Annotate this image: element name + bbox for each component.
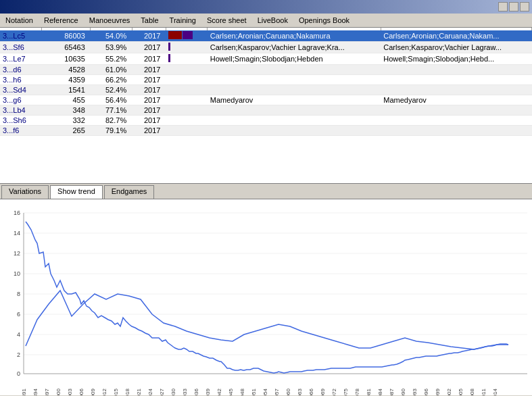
svg-text:1987: 1987 [389, 388, 395, 395]
table-row[interactable]: 3...Lc5 86003 54.0% 2017 Carlsen;Aronian… [0, 30, 532, 42]
svg-text:1984: 1984 [377, 388, 383, 395]
tab-variations[interactable]: Variations [1, 185, 49, 199]
svg-text:10: 10 [14, 270, 20, 277]
svg-text:1918: 1918 [124, 388, 130, 395]
tab-endgames[interactable]: Endgames [104, 185, 155, 199]
svg-text:1930: 1930 [170, 388, 176, 395]
minimize-btn[interactable] [498, 2, 508, 11]
cell-score: 56.4% [91, 95, 132, 105]
cell-frequent-players: Carlsen;Aronian;Caruana;Nakam... [381, 30, 531, 42]
cell-lastpla: 2017 [132, 95, 166, 105]
cell-best-players [208, 116, 381, 126]
cell-frequent-players: Mamedyarov [381, 95, 531, 105]
cell-hot [166, 42, 207, 53]
cell-hot [166, 53, 207, 65]
cell-best-players [208, 65, 381, 75]
svg-text:1951: 1951 [251, 388, 257, 395]
cell-frequent-players [381, 105, 531, 116]
cell-games: 65463 [41, 42, 91, 53]
svg-text:1894: 1894 [32, 388, 39, 395]
cell-frequent-players [381, 116, 531, 126]
svg-text:2008: 2008 [469, 388, 475, 395]
menu-manoeuvres[interactable]: Manoeuvres [84, 15, 136, 26]
svg-text:2011: 2011 [481, 388, 487, 395]
cell-score: 77.1% [91, 105, 132, 116]
table-row[interactable]: 3...h6 4359 66.2% 2017 [0, 75, 532, 85]
svg-text:1945: 1945 [228, 388, 234, 395]
cell-score: 52.4% [91, 85, 132, 95]
cell-games: 1541 [41, 85, 91, 95]
svg-text:1963: 1963 [297, 388, 303, 395]
cell-moves: 3...Sf6 [0, 42, 41, 53]
cell-frequent-players [381, 75, 531, 85]
cell-games: 86003 [41, 30, 91, 42]
openings-table-container: 3...Lc5 86003 54.0% 2017 Carlsen;Aronian… [0, 28, 532, 183]
cell-best-players: Carlsen;Aronian;Caruana;Nakamura [208, 30, 381, 42]
cell-hot [166, 65, 207, 75]
menu-table[interactable]: Table [135, 15, 164, 26]
cell-score: 82.7% [91, 116, 132, 126]
table-row[interactable]: 3...f6 265 79.1% 2017 [0, 126, 532, 136]
svg-text:16: 16 [14, 209, 20, 216]
cell-moves: 3...Lb4 [0, 105, 41, 116]
cell-games: 4528 [41, 65, 91, 75]
table-row[interactable]: 3...Lb4 348 77.1% 2017 [0, 105, 532, 116]
svg-text:1996: 1996 [423, 388, 429, 395]
svg-text:12: 12 [14, 250, 20, 257]
maximize-btn[interactable] [509, 2, 518, 11]
cell-moves: 3...f6 [0, 126, 41, 136]
svg-text:2014: 2014 [492, 388, 498, 395]
table-row[interactable]: 3...Sf6 65463 53.9% 2017 Carlsen;Kasparo… [0, 42, 532, 53]
cell-moves: 3...Lc5 [0, 30, 41, 42]
svg-text:1966: 1966 [308, 388, 314, 395]
cell-score: 55.2% [91, 53, 132, 65]
svg-text:1909: 1909 [90, 388, 96, 395]
cell-lastpla: 2017 [132, 53, 166, 65]
menu-livebook[interactable]: LiveBook [252, 15, 293, 26]
svg-text:2002: 2002 [446, 388, 452, 395]
cell-hot [166, 95, 207, 105]
cell-score: 79.1% [91, 126, 132, 136]
table-row[interactable]: 3...d6 4528 61.0% 2017 [0, 65, 532, 75]
svg-text:1993: 1993 [412, 388, 418, 395]
svg-text:1954: 1954 [262, 388, 268, 395]
cell-games: 332 [41, 116, 91, 126]
svg-text:6: 6 [17, 311, 20, 318]
cell-frequent-players [381, 126, 531, 136]
cell-best-players [208, 75, 381, 85]
tab-show-trend[interactable]: Show trend [50, 185, 103, 199]
svg-text:1972: 1972 [331, 388, 337, 395]
cell-games: 4359 [41, 75, 91, 85]
table-row[interactable]: 3...Le7 10635 55.2% 2017 Howell;Smagin;S… [0, 53, 532, 65]
svg-text:8: 8 [17, 291, 20, 297]
cell-score: 66.2% [91, 75, 132, 85]
cell-score: 61.0% [91, 65, 132, 75]
menu-openings-book[interactable]: Openings Book [293, 15, 355, 26]
cell-lastpla: 2017 [132, 116, 166, 126]
svg-text:1906: 1906 [78, 388, 84, 395]
trend-chart: 16 14 12 10 8 6 4 2 0 1891 1894 1897 190… [0, 199, 532, 395]
cell-moves: 3...Sd4 [0, 85, 41, 95]
cell-games: 265 [41, 126, 91, 136]
table-row[interactable]: 3...g6 455 56.4% 2017 Mamedyarov Mamedya… [0, 95, 532, 105]
menu-score-sheet[interactable]: Score sheet [201, 15, 252, 26]
svg-text:1921: 1921 [136, 388, 142, 395]
bottom-tab-bar: Variations Show trend Endgames [0, 183, 532, 199]
menu-notation[interactable]: Notation [0, 15, 39, 26]
close-btn[interactable] [520, 2, 529, 11]
svg-text:2005: 2005 [458, 388, 464, 395]
cell-frequent-players: Howell;Smagin;Slobodjan;Hebd... [381, 53, 531, 65]
cell-best-players [208, 126, 381, 136]
table-row[interactable]: 3...Sd4 1541 52.4% 2017 [0, 85, 532, 95]
cell-score: 54.0% [91, 30, 132, 42]
table-row[interactable]: 3...Sh6 332 82.7% 2017 [0, 116, 532, 126]
svg-text:14: 14 [14, 230, 20, 237]
menu-reference[interactable]: Reference [39, 15, 84, 26]
menu-training[interactable]: Training [164, 15, 201, 26]
cell-hot [166, 126, 207, 136]
cell-moves: 3...h6 [0, 75, 41, 85]
cell-hot [166, 105, 207, 116]
cell-lastpla: 2017 [132, 42, 166, 53]
cell-games: 10635 [41, 53, 91, 65]
cell-moves: 3...Sh6 [0, 116, 41, 126]
